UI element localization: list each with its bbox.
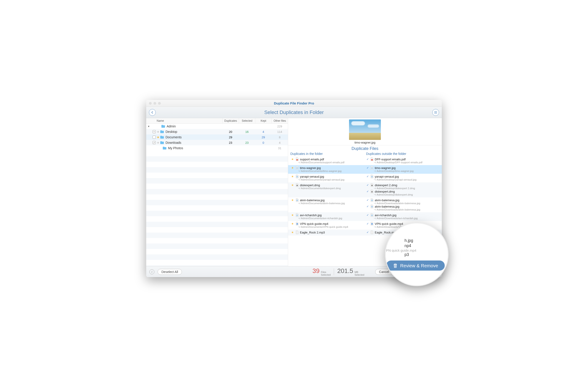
folder-row-desktop[interactable]: ★Desktop20164114	[146, 129, 288, 134]
file-icon	[370, 213, 374, 217]
check-icon[interactable]: ✓	[366, 231, 369, 234]
file-icon	[296, 183, 299, 187]
file-name: diskexpert.dmg	[375, 190, 395, 193]
col-selected[interactable]: Selected	[239, 118, 255, 123]
file-path: ~/ Admin/Desktop/yanapi-senaud.jpg	[366, 178, 439, 181]
svg-rect-9	[297, 200, 298, 201]
file-icon	[370, 157, 374, 161]
folder-row-my-photos[interactable]: My Photos31	[146, 145, 288, 151]
folder-row-downloads[interactable]: ★Downloads232304	[146, 140, 288, 145]
folder-icon	[160, 136, 164, 139]
file-path: ~/ Admin/Desktop/diskexpert 2.dmg	[366, 187, 439, 190]
files-selected-stat: 39 FilesSelected	[313, 267, 331, 276]
file-name: avi-richardsh.jpg	[300, 213, 322, 217]
star-icon[interactable]: ★	[291, 158, 294, 161]
preview-thumbnail[interactable]	[349, 119, 381, 140]
col-kept[interactable]: Kept	[255, 118, 272, 123]
svg-rect-11	[371, 206, 373, 207]
duplicate-row[interactable]: ★yanapi-senaud.jpg~/ Admin/Documents/yan…	[288, 174, 442, 182]
svg-rect-4	[297, 176, 298, 177]
check-icon[interactable]: ✓	[366, 213, 369, 217]
star-icon[interactable]: ★	[157, 135, 160, 139]
folder-checkbox[interactable]	[152, 141, 156, 144]
star-icon[interactable]: ★	[157, 141, 160, 144]
duplicate-row[interactable]: ★diskexpert.dmg~/ Admin/Documents/diskex…	[288, 182, 442, 197]
dup-header-in: Duplicates in the folder	[290, 152, 364, 155]
check-icon[interactable]: ✓	[366, 158, 369, 161]
file-path: ~/ Admin/Desktop/diskexpert.dmg	[366, 193, 439, 196]
svg-rect-12	[297, 215, 298, 216]
check-icon[interactable]: ✓	[366, 184, 369, 187]
window-title: Duplicate File Finder Pro	[146, 101, 442, 105]
deselect-all-button[interactable]: Deselect All	[158, 269, 182, 275]
file-icon	[370, 190, 374, 193]
star-icon[interactable]: ★	[291, 184, 294, 187]
file-path: ~/ Admin/Documents/avi-richardsh.jpg	[290, 217, 364, 220]
files-count: 39	[313, 267, 319, 275]
file-path: ~/ Admin/Documents/alvin-balemesa.jpg	[290, 202, 364, 205]
file-name: diskexpert.dmg	[300, 184, 320, 187]
svg-rect-10	[371, 200, 373, 201]
duplicate-row[interactable]: ★timo-wagner.jpg~/ Admin/Documents/timo-…	[288, 165, 442, 174]
dup-header-out: Duplicates outside the folder	[366, 152, 439, 155]
star-icon[interactable]: ★	[291, 166, 294, 169]
check-icon[interactable]: ✓	[366, 222, 369, 225]
file-path: ~/ Admin/Desktop/timo-wagner.jpg	[366, 170, 439, 172]
star-icon[interactable]: ★	[291, 222, 294, 225]
check-icon[interactable]: ✓	[366, 205, 369, 208]
folder-name: Documents	[165, 135, 222, 139]
file-name: yanapi-senaud.jpg	[300, 175, 324, 178]
folder-row-documents[interactable]: ★Documents29298	[146, 134, 288, 140]
star-icon[interactable]: ★	[291, 213, 294, 217]
file-path: ~/ Admin/Documents/VPN quick guide.mp4	[290, 225, 364, 228]
check-icon[interactable]: ✓	[366, 175, 369, 178]
file-icon	[370, 205, 374, 208]
file-path: ~/ Admin/Downloads/avi-richardsh.jpg	[366, 217, 439, 220]
check-icon[interactable]: ✓	[366, 199, 369, 202]
folder-name: Desktop	[165, 130, 222, 133]
folder-name: My Photos	[168, 146, 222, 150]
file-icon	[370, 222, 374, 225]
folder-checkbox[interactable]	[152, 130, 156, 133]
file-name: VPN quick guide.mp4	[300, 222, 328, 225]
preview-area: timo-wagner.jpg	[288, 118, 442, 145]
file-icon	[296, 157, 299, 161]
svg-rect-7	[371, 185, 373, 186]
col-duplicates[interactable]: Duplicates	[222, 118, 239, 123]
file-name: support emails.pdf	[300, 158, 324, 161]
preview-filename: timo-wagner.jpg	[288, 141, 442, 144]
folder-panel: Name Duplicates Selected Kept Other file…	[146, 118, 288, 266]
duplicate-row[interactable]: ★avi-richardsh.jpg~/ Admin/Documents/avi…	[288, 212, 442, 221]
svg-rect-2	[297, 167, 298, 169]
file-icon	[370, 231, 374, 234]
folder-row-admin[interactable]: ▼Admin229	[146, 124, 288, 129]
duplicates-title: Duplicate Files	[288, 145, 442, 152]
svg-rect-13	[371, 215, 373, 216]
duplicate-row[interactable]: ★alvin-balemesa.jpg~/ Admin/Documents/al…	[288, 197, 442, 212]
toolbar: Select Duplicates in Folder	[146, 107, 442, 118]
svg-rect-3	[371, 167, 373, 169]
info-button[interactable]: i	[149, 269, 154, 274]
col-other[interactable]: Other files	[272, 118, 288, 123]
check-icon[interactable]: ✓	[366, 190, 369, 193]
expand-icon[interactable]: ▼	[147, 125, 150, 128]
svg-rect-6	[297, 185, 298, 186]
star-icon[interactable]: ★	[291, 175, 294, 178]
size-selected-stat: 201.5 MBSelected	[337, 267, 364, 276]
svg-rect-5	[371, 176, 373, 177]
file-name: DFF-support emails.pdf	[375, 158, 406, 161]
page-subtitle: Select Duplicates in Folder	[146, 109, 442, 115]
folder-name: Admin	[167, 124, 222, 128]
file-icon	[370, 166, 374, 170]
file-icon	[296, 166, 299, 170]
star-icon[interactable]: ★	[291, 199, 294, 202]
folder-icon	[163, 146, 167, 150]
folder-checkbox[interactable]	[152, 136, 156, 139]
star-icon[interactable]: ★	[157, 130, 160, 133]
col-name[interactable]: Name	[146, 119, 222, 122]
file-path: ~/ Admin/Documents/yanapi-senaud.jpg	[290, 178, 364, 181]
magnified-review-remove-button[interactable]: Review & Remove	[386, 260, 445, 271]
star-icon[interactable]: ★	[291, 231, 294, 234]
check-icon[interactable]: ✓	[366, 166, 369, 169]
duplicate-row[interactable]: ★support emails.pdf~/ Admin/Documents/su…	[288, 156, 442, 165]
